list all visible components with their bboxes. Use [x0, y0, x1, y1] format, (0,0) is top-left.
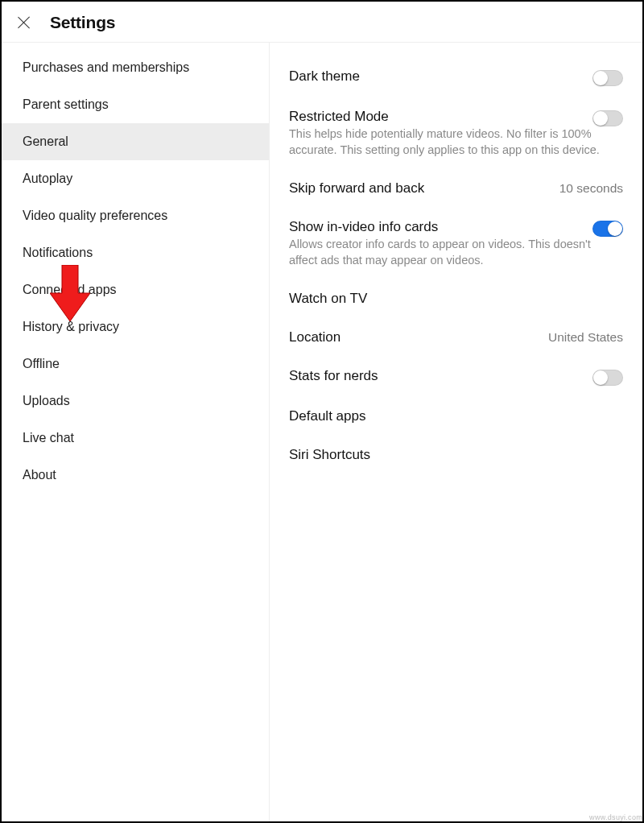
dark-theme-label: Dark theme	[289, 68, 360, 85]
sidebar-item-uploads[interactable]: Uploads	[2, 383, 269, 420]
sidebar-item-autoplay[interactable]: Autoplay	[2, 160, 269, 197]
skip-value: 10 seconds	[559, 181, 623, 196]
sidebar-item-offline[interactable]: Offline	[2, 345, 269, 383]
header: Settings	[2, 2, 642, 43]
dark-theme-toggle[interactable]	[592, 70, 623, 86]
row-watch-tv[interactable]: Watch on TV	[289, 279, 623, 318]
default-apps-label: Default apps	[289, 408, 365, 424]
row-siri[interactable]: Siri Shortcuts	[289, 436, 623, 474]
sidebar-item-parent-settings[interactable]: Parent settings	[2, 86, 269, 123]
row-stats: Stats for nerds	[289, 357, 623, 397]
sidebar-item-history-privacy[interactable]: History & privacy	[2, 308, 269, 345]
row-default-apps[interactable]: Default apps	[289, 397, 623, 436]
row-skip[interactable]: Skip forward and back 10 seconds	[289, 169, 623, 208]
stats-toggle[interactable]	[592, 370, 623, 386]
watch-tv-label: Watch on TV	[289, 291, 367, 307]
info-cards-toggle[interactable]	[592, 221, 623, 237]
location-label: Location	[289, 329, 341, 345]
stats-label: Stats for nerds	[289, 368, 378, 384]
restricted-mode-toggle[interactable]	[592, 110, 623, 126]
location-value: United States	[548, 330, 623, 345]
siri-label: Siri Shortcuts	[289, 447, 370, 463]
sidebar-item-general[interactable]: General	[2, 123, 269, 160]
sidebar-item-purchases[interactable]: Purchases and memberships	[2, 49, 269, 86]
page-title: Settings	[50, 13, 115, 32]
sidebar-item-video-quality[interactable]: Video quality preferences	[2, 197, 269, 234]
info-cards-desc: Allows creator info cards to appear on v…	[289, 237, 623, 279]
sidebar: Purchases and memberships Parent setting…	[2, 43, 270, 821]
sidebar-item-notifications[interactable]: Notifications	[2, 234, 269, 271]
sidebar-item-live-chat[interactable]: Live chat	[2, 420, 269, 457]
row-dark-theme: Dark theme	[289, 57, 623, 97]
watermark: www.dsuyi.com	[589, 813, 642, 821]
skip-label: Skip forward and back	[289, 180, 424, 196]
sidebar-item-connected-apps[interactable]: Connected apps	[2, 271, 269, 308]
close-icon[interactable]	[16, 14, 32, 31]
restricted-mode-desc: This helps hide potentially mature video…	[289, 126, 623, 169]
content-panel: Dark theme Restricted Mode This helps hi…	[270, 43, 642, 821]
row-location[interactable]: Location United States	[289, 318, 623, 357]
restricted-mode-label: Restricted Mode	[289, 109, 389, 125]
info-cards-label: Show in-video info cards	[289, 219, 438, 235]
sidebar-item-about[interactable]: About	[2, 457, 269, 494]
